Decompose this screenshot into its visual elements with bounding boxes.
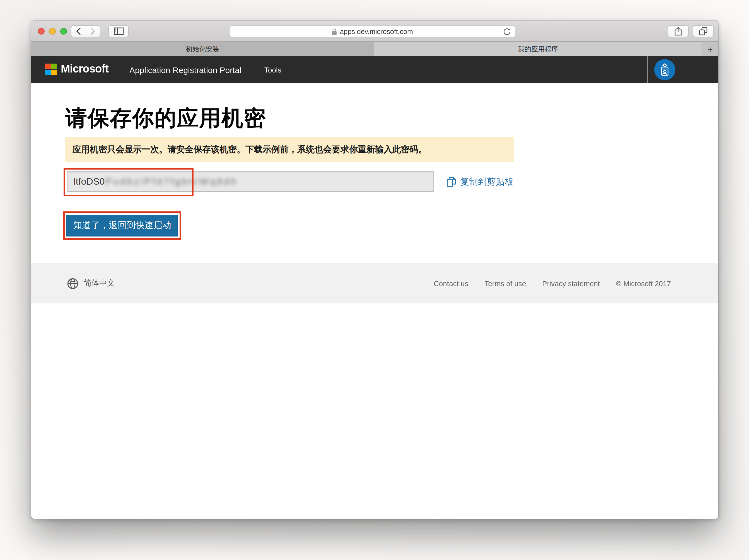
back-button[interactable]: [71, 25, 86, 37]
nav-item-tools[interactable]: Tools: [264, 66, 281, 74]
language-selector[interactable]: 简体中文: [67, 278, 115, 289]
zoom-window-button[interactable]: [60, 28, 67, 35]
account-avatar-button[interactable]: [654, 59, 676, 80]
site-header: Microsoft Application Registration Porta…: [31, 56, 718, 83]
footer-link-terms-of-use[interactable]: Terms of use: [485, 279, 526, 287]
lock-icon: [332, 28, 337, 35]
sidebar-icon: [113, 27, 124, 35]
tab-label: 我的应用程序: [518, 44, 558, 54]
reload-icon[interactable]: [503, 28, 511, 36]
id-badge-icon: [658, 63, 672, 77]
footer-link-contact-us[interactable]: Contact us: [434, 279, 468, 287]
tab-my-applications[interactable]: 我的应用程序: [374, 42, 702, 56]
portal-title-link[interactable]: Application Registration Portal: [129, 65, 241, 75]
copy-to-clipboard-link[interactable]: 复制到剪贴板: [446, 175, 514, 189]
page-footer: 简体中文 Contact us Terms of use Privacy sta…: [31, 263, 718, 303]
page-content: 请保存你的应用机密 应用机密只会显示一次。请安全保存该机密。下载示例前，系统也会…: [31, 83, 718, 519]
app-secret-field[interactable]: ltfoDS0PudbziPfd7fgbtcWq8dh: [67, 171, 434, 192]
chevron-right-icon: [90, 27, 95, 35]
share-icon: [674, 27, 682, 36]
copy-icon: [446, 176, 457, 188]
copy-link-label: 复制到剪贴板: [460, 176, 514, 188]
address-bar[interactable]: apps.dev.microsoft.com: [230, 25, 515, 38]
warning-text: 应用机密只会显示一次。请安全保存该机密。下载示例前，系统也会要求你重新输入此密码…: [72, 144, 427, 155]
page-title: 请保存你的应用机密: [65, 103, 266, 133]
tab-initial-setup[interactable]: 初始化安装: [31, 42, 374, 56]
warning-banner: 应用机密只会显示一次。请安全保存该机密。下载示例前，系统也会要求你重新输入此密码…: [65, 137, 514, 162]
share-button[interactable]: [668, 25, 689, 37]
tab-overview-icon: [699, 27, 708, 36]
url-text: apps.dev.microsoft.com: [340, 28, 413, 36]
confirm-button-label: 知道了，返回到快速启动: [73, 220, 171, 232]
close-window-button[interactable]: [38, 28, 45, 35]
tab-bar: 初始化安装 我的应用程序 +: [31, 42, 718, 56]
microsoft-wordmark[interactable]: Microsoft: [61, 63, 108, 75]
app-secret-prefix: ltfoDS0: [73, 176, 105, 187]
minimize-window-button[interactable]: [49, 28, 56, 35]
screen: apps.dev.microsoft.com: [0, 0, 749, 560]
sidebar-toggle-button[interactable]: [108, 25, 129, 37]
window-controls: [38, 28, 67, 35]
footer-links: Contact us Terms of use Privacy statemen…: [434, 279, 671, 287]
app-secret-redacted: PudbziPfd7fgbtcWq8dh: [105, 176, 238, 187]
chevron-left-icon: [76, 27, 81, 35]
footer-link-privacy-statement[interactable]: Privacy statement: [542, 279, 600, 287]
plus-icon: +: [708, 44, 713, 54]
language-label: 简体中文: [84, 278, 115, 288]
safari-window: apps.dev.microsoft.com: [31, 21, 718, 519]
forward-button[interactable]: [85, 25, 100, 37]
footer-copyright: © Microsoft 2017: [616, 279, 671, 287]
new-tab-button[interactable]: +: [702, 42, 718, 56]
tab-label: 初始化安装: [186, 44, 219, 54]
tab-overview-button[interactable]: [693, 25, 714, 37]
microsoft-logo-icon[interactable]: [45, 64, 57, 75]
confirm-return-button[interactable]: 知道了，返回到快速启动: [66, 215, 178, 237]
header-divider: [647, 56, 648, 83]
browser-toolbar: apps.dev.microsoft.com: [31, 21, 718, 42]
globe-icon: [67, 278, 79, 289]
